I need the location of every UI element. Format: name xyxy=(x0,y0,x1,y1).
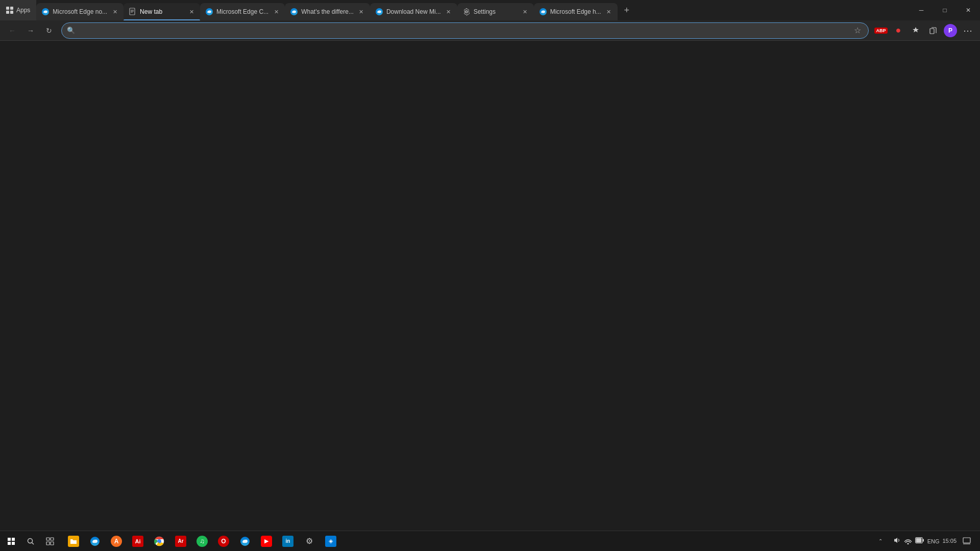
taskbar-edge[interactable] xyxy=(85,532,105,551)
page-favicon xyxy=(129,8,137,16)
taskbar-left xyxy=(0,532,61,550)
tab-download[interactable]: Download New Mi... ✕ xyxy=(370,3,457,20)
tab-new-close[interactable]: ✕ xyxy=(187,7,196,16)
window-controls: ─ □ ✕ xyxy=(910,0,980,20)
svg-rect-13 xyxy=(8,542,11,545)
tab-whats[interactable]: What's the differe... ✕ xyxy=(285,3,370,20)
svg-rect-28 xyxy=(916,538,921,543)
taskbar-adobe-reader[interactable]: Ar xyxy=(170,532,191,551)
network-icon[interactable] xyxy=(904,536,912,546)
taskbar-search-button[interactable] xyxy=(21,532,40,550)
tab-settings-label: Settings xyxy=(474,8,518,15)
edge-favicon-1 xyxy=(41,8,50,16)
favorites-icon[interactable]: ☆ xyxy=(852,23,863,37)
notification-center-button[interactable] xyxy=(960,534,974,548)
adobe-reader-icon: Ar xyxy=(175,536,186,547)
tab-settings[interactable]: Settings ✕ xyxy=(457,3,534,20)
collections-button[interactable] xyxy=(925,22,941,39)
tab-download-close[interactable]: ✕ xyxy=(444,7,453,16)
show-hidden-icons[interactable]: ⌃ xyxy=(871,532,890,550)
taskbar-chrome[interactable] xyxy=(149,532,169,551)
tab-whats-close[interactable]: ✕ xyxy=(357,7,366,16)
taskbar-spotify[interactable]: ♫ xyxy=(192,532,212,551)
taskbar-youtube[interactable]: ▶ xyxy=(256,532,277,551)
extension-icon-1[interactable]: ● xyxy=(890,22,906,39)
svg-point-23 xyxy=(157,539,161,543)
volume-icon[interactable] xyxy=(893,536,901,546)
svg-rect-29 xyxy=(963,538,970,543)
tab-edge-new-label: Microsoft Edge no... xyxy=(53,8,107,15)
address-bar-container: 🔍 ☆ xyxy=(61,22,869,39)
taskbar-settings[interactable]: ⚙ xyxy=(299,532,320,551)
tab-new-label: New tab xyxy=(140,8,184,15)
taskbar-edge-2[interactable] xyxy=(235,532,255,551)
svg-rect-17 xyxy=(46,538,50,540)
address-input[interactable] xyxy=(78,27,849,35)
tab-edge-new-close[interactable]: ✕ xyxy=(110,7,119,16)
svg-rect-18 xyxy=(51,538,54,540)
tab-edge-c-close[interactable]: ✕ xyxy=(272,7,281,16)
tab-edge-c[interactable]: Microsoft Edge C... ✕ xyxy=(200,3,285,20)
taskbar-avast[interactable]: A xyxy=(106,532,127,551)
settings-more-button[interactable]: ⋯ xyxy=(960,22,976,39)
maximize-button[interactable]: □ xyxy=(933,0,957,20)
language-indicator[interactable]: ENG xyxy=(927,537,940,545)
taskbar-edge-icon xyxy=(89,536,101,547)
taskbar-linkedin[interactable]: in xyxy=(278,532,298,551)
taskbar-right: ⌃ ENG 15:05 xyxy=(865,532,980,550)
tab-edge-h-label: Microsoft Edge h... xyxy=(550,8,601,15)
svg-line-16 xyxy=(32,542,34,544)
tab-new[interactable]: New tab ✕ xyxy=(124,3,200,20)
youtube-icon: ▶ xyxy=(261,536,272,547)
svg-rect-10 xyxy=(930,29,934,34)
taskbar-adobe[interactable]: Ai xyxy=(128,532,148,551)
refresh-button[interactable]: ↻ xyxy=(41,22,57,39)
linkedin-icon: in xyxy=(282,536,293,547)
chrome-icon xyxy=(154,536,165,547)
tab-whats-label: What's the differe... xyxy=(301,8,354,15)
forward-button[interactable]: → xyxy=(22,22,39,39)
search-icon: 🔍 xyxy=(67,27,75,34)
apps-label: Apps xyxy=(16,7,30,14)
tab-edge-new[interactable]: Microsoft Edge no... ✕ xyxy=(36,3,124,20)
taskbar-opera[interactable]: O xyxy=(213,532,234,551)
apps-button[interactable]: Apps xyxy=(0,0,36,20)
opera-icon: O xyxy=(218,536,229,547)
taskbar-file-explorer[interactable] xyxy=(63,532,84,551)
battery-icon[interactable] xyxy=(915,537,924,545)
svg-rect-11 xyxy=(8,538,11,541)
favorites-bar-button[interactable] xyxy=(908,22,924,39)
svg-rect-20 xyxy=(51,542,54,545)
svg-point-25 xyxy=(908,543,909,544)
taskbar: A Ai Ar ♫ O xyxy=(0,531,980,551)
close-button[interactable]: ✕ xyxy=(957,0,980,20)
edge-favicon-7 xyxy=(539,8,547,16)
tab-edge-c-label: Microsoft Edge C... xyxy=(216,8,268,15)
avast-icon: A xyxy=(111,536,122,547)
taskbar-time[interactable]: 15:05 xyxy=(942,537,957,544)
edge-favicon-5 xyxy=(375,8,383,16)
edge-favicon-4 xyxy=(290,8,298,16)
tab-edge-h-close[interactable]: ✕ xyxy=(604,7,614,16)
svg-point-8 xyxy=(465,11,468,13)
toolbar-right: ABP ● P ⋯ xyxy=(873,22,976,39)
nav-bar: ← → ↻ 🔍 ☆ ABP ● P ⋯ xyxy=(0,20,980,41)
svg-rect-14 xyxy=(12,542,15,545)
start-button[interactable] xyxy=(2,532,20,550)
svg-rect-19 xyxy=(46,542,50,545)
app-16-icon: ◈ xyxy=(325,536,336,547)
abp-button[interactable]: ABP xyxy=(873,22,889,39)
gear-favicon xyxy=(462,8,471,16)
new-tab-button[interactable]: + xyxy=(620,3,634,17)
minimize-button[interactable]: ─ xyxy=(910,0,933,20)
apps-grid-icon xyxy=(6,7,13,14)
back-button[interactable]: ← xyxy=(4,22,20,39)
spotify-icon: ♫ xyxy=(197,536,208,547)
tab-edge-h[interactable]: Microsoft Edge h... ✕ xyxy=(534,3,618,20)
tab-settings-close[interactable]: ✕ xyxy=(521,7,530,16)
taskbar-edge-2-icon xyxy=(239,536,251,547)
task-view-button[interactable] xyxy=(41,532,59,550)
svg-rect-27 xyxy=(923,539,924,542)
profile-button[interactable]: P xyxy=(942,22,959,39)
taskbar-app-16[interactable]: ◈ xyxy=(321,532,341,551)
